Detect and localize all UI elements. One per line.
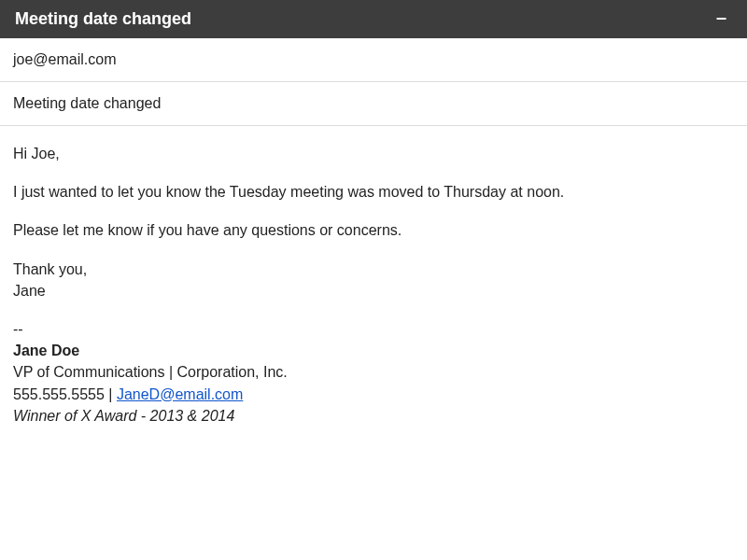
minimize-button[interactable]: – bbox=[711, 12, 732, 27]
body-closing-name: Jane bbox=[13, 280, 734, 301]
signature-email-link[interactable]: JaneD@email.com bbox=[117, 386, 243, 402]
window-title: Meeting date changed bbox=[15, 9, 191, 29]
signature-name: Jane Doe bbox=[13, 340, 734, 361]
body-greeting: Hi Joe, bbox=[13, 143, 734, 164]
body-paragraph-2: Please let me know if you have any quest… bbox=[13, 219, 734, 241]
signature-contact-sep: | bbox=[105, 386, 117, 402]
signature-separator: -- bbox=[13, 318, 734, 340]
window-titlebar: Meeting date changed – bbox=[0, 0, 747, 38]
to-value: joe@email.com bbox=[13, 51, 117, 67]
body-closing-thanks: Thank you, bbox=[13, 259, 734, 280]
signature-title: VP of Communications | Corporation, Inc. bbox=[13, 361, 734, 383]
subject-value: Meeting date changed bbox=[13, 95, 161, 111]
to-field[interactable]: joe@email.com bbox=[0, 38, 747, 82]
signature-phone: 555.555.5555 bbox=[13, 386, 105, 402]
body-paragraph-1: I just wanted to let you know the Tuesda… bbox=[13, 181, 734, 203]
signature-award: Winner of X Award - 2013 & 2014 bbox=[13, 405, 734, 427]
signature-contact: 555.555.5555 | JaneD@email.com bbox=[13, 384, 734, 405]
email-body[interactable]: Hi Joe, I just wanted to let you know th… bbox=[0, 126, 747, 443]
subject-field[interactable]: Meeting date changed bbox=[0, 82, 747, 126]
